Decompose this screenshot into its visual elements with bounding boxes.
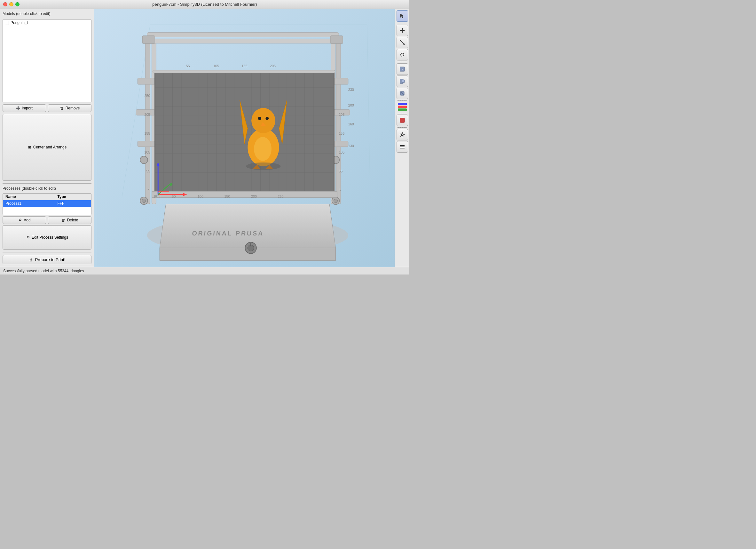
svg-text:230: 230 [348,88,354,91]
process-type-cell: FFF [55,200,91,207]
svg-text:150: 150 [224,194,230,198]
center-arrange-button[interactable]: ⊞ Center and Arrange [3,114,91,181]
rotate-tool-button[interactable] [397,49,408,60]
svg-rect-118 [400,118,405,122]
status-message: Successfully parsed model with 55344 tri… [3,269,84,273]
svg-text:205: 205 [339,113,344,116]
close-button[interactable] [3,2,7,6]
settings-button[interactable] [397,129,408,140]
right-toolbar: F [395,9,409,267]
svg-text:F: F [401,68,403,71]
maximize-button[interactable] [15,2,20,6]
main-content: Models (double-click to edit) Penguin_t … [0,9,409,267]
prepare-to-print-button[interactable]: 🖨 Prepare to Print! [3,255,91,264]
edit-process-button[interactable]: ⚙ Edit Process Settings [3,225,91,249]
toolbar-divider-5 [398,127,407,128]
svg-rect-15 [142,36,155,44]
svg-text:155: 155 [339,131,344,135]
svg-text:+: + [156,193,158,198]
svg-line-108 [400,40,405,45]
svg-point-28 [140,156,148,164]
svg-text:250: 250 [278,194,284,198]
toolbar-divider-2 [398,62,407,62]
processes-list: Name Type Process1 FFF [3,193,91,215]
svg-rect-11 [147,39,336,43]
processes-section-label: Processes (double-click to edit) [3,186,91,191]
3d-viewport[interactable]: ORIGINAL PRUSA [94,9,395,267]
solid-view-toggle[interactable] [397,114,408,126]
svg-point-89 [254,137,272,161]
svg-text:130: 130 [348,144,354,148]
slices-view-button[interactable] [397,141,408,153]
add-process-button[interactable]: ⚙ Add [3,216,46,224]
list-item[interactable]: Penguin_t [3,20,91,26]
svg-text:ORIGINAL PRUSA: ORIGINAL PRUSA [192,230,264,237]
isometric-view-button[interactable] [397,88,408,99]
svg-text:55: 55 [146,169,150,173]
svg-text:50: 50 [172,194,176,198]
import-button[interactable]: ➕ Import [3,104,46,112]
models-section-label: Models (double-click to edit) [3,12,91,16]
col-name-header: Name [3,193,55,200]
titlebar: penguin-7cm - Simplify3D (Licensed to Mi… [0,0,409,9]
svg-rect-16 [330,36,343,44]
svg-text:155: 155 [145,131,150,135]
cursor-tool-button[interactable] [397,10,408,22]
svg-text:105: 105 [339,150,344,154]
left-panel: Models (double-click to edit) Penguin_t … [0,9,94,267]
svg-rect-14 [336,37,341,204]
front-view-button[interactable]: F [397,63,408,75]
svg-point-24 [142,199,146,203]
process-buttons-row: ⚙ Add 🗑 Delete [3,216,91,224]
svg-rect-61 [153,70,335,73]
svg-point-88 [251,108,275,133]
delete-icon: 🗑 [61,218,66,222]
svg-marker-107 [404,30,405,31]
process-name-cell: Process1 [3,200,55,207]
svg-rect-20 [138,78,155,84]
model-checkbox[interactable] [5,21,9,25]
toolbar-divider-3 [398,100,407,101]
svg-text:5: 5 [148,188,150,192]
svg-text:55: 55 [186,64,190,68]
svg-text:105: 105 [145,150,150,154]
remove-icon: 🗑 [60,106,64,110]
svg-text:160: 160 [348,122,354,126]
move-tool-button[interactable] [397,25,408,36]
svg-rect-12 [147,33,339,37]
svg-point-92 [246,162,280,170]
svg-marker-105 [402,32,403,33]
add-icon: ⚙ [18,218,22,222]
svg-point-26 [334,199,338,203]
svg-text:5: 5 [339,188,341,192]
minimize-button[interactable] [9,2,13,6]
statusbar: Successfully parsed model with 55344 tri… [0,267,409,274]
axis-rgb-indicator [398,103,407,111]
section-divider [3,183,91,184]
svg-rect-10 [146,37,150,204]
svg-text:55: 55 [339,169,343,173]
import-icon: ➕ [16,106,20,110]
model-name: Penguin_t [11,20,28,25]
svg-text:155: 155 [241,64,247,68]
svg-text:250: 250 [145,94,150,98]
scale-tool-button[interactable] [397,37,408,48]
svg-text:200: 200 [348,103,354,107]
svg-point-119 [401,134,403,136]
prepare-divider [3,252,91,252]
table-row[interactable]: Process1 FFF [3,200,91,207]
svg-rect-115 [402,80,405,82]
side-view-button[interactable] [397,75,408,87]
window-controls [3,2,20,6]
toolbar-divider-4 [398,113,407,113]
delete-process-button[interactable]: 🗑 Delete [48,216,91,224]
svg-marker-106 [400,30,401,31]
models-list: Penguin_t [3,19,91,102]
remove-button[interactable]: 🗑 Remove [48,104,91,112]
edit-process-icon: ⚙ [26,235,30,239]
svg-point-91 [265,117,269,120]
processes-section: Processes (double-click to edit) Name Ty… [3,186,91,250]
svg-point-90 [258,117,261,120]
svg-rect-22 [138,141,155,147]
model-buttons-row: ➕ Import 🗑 Remove [3,104,91,112]
